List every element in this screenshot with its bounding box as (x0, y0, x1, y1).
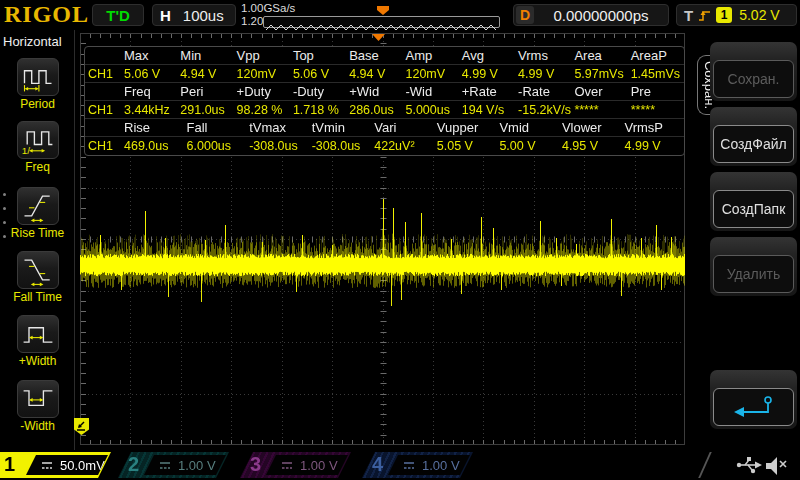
sidebar-title: Horizontal (3, 34, 62, 49)
channel4-box[interactable]: 4 1.00 V (362, 452, 476, 478)
meas-value: 291.0us (177, 101, 233, 118)
meas-header: Vpp (234, 47, 290, 64)
dc-coupling-icon (281, 461, 293, 470)
meas-header: Peri (177, 83, 233, 100)
save-menu-panel: Сохран. Сохран. СоздФайл СоздПапк Удалит… (685, 30, 800, 450)
plus-width-icon (17, 315, 59, 353)
meas-header: Top (290, 47, 346, 64)
scroll-dot (3, 207, 6, 210)
meas-header: -Duty (290, 83, 346, 100)
meas-value: 194 V/s (459, 101, 515, 118)
meas-header: Base (346, 47, 402, 64)
channel-number: 2 (128, 453, 139, 476)
sidebar-item-label: +Width (0, 354, 75, 368)
meas-header: VrmsP (622, 119, 685, 136)
channel1-box[interactable]: 1 50.0mV (0, 452, 114, 478)
channel-label: CH1 (85, 101, 121, 118)
channel-number: 3 (250, 453, 261, 476)
meas-header: +Rate (459, 83, 515, 100)
meas-value: 469.0us (121, 137, 184, 155)
sidebar-item-rise-time[interactable]: Rise Time (0, 187, 75, 240)
delay-value: 0.00000000ps (534, 7, 668, 24)
meas-value: 286.0us (346, 101, 402, 118)
trigger-box[interactable]: T 1 5.02 V (676, 4, 797, 26)
sidebar-item-fall-time[interactable]: Fall Time (0, 251, 75, 304)
measure-sidebar: Horizontal Period 1/ (0, 30, 75, 450)
sidebar-item-label: Rise Time (0, 226, 75, 240)
fall-time-icon (17, 251, 59, 289)
sidebar-item-label: Period (0, 97, 75, 111)
meas-header: Over (571, 83, 627, 100)
menu-button-save[interactable]: Сохран. (710, 42, 797, 101)
meas-value: -308.0us (246, 137, 309, 155)
meas-header: +Duty (234, 83, 290, 100)
timebase-box[interactable]: H 100us (152, 4, 236, 26)
meas-value: 4.99 V (459, 65, 515, 82)
menu-button-delete[interactable]: Удалить (710, 237, 797, 296)
meas-value: 4.99 V (622, 137, 685, 155)
meas-header: Vupper (434, 119, 497, 136)
channel-number: 4 (372, 453, 383, 476)
rigol-logo: RIGOL (4, 1, 89, 28)
delay-box[interactable]: D 0.00000000ps (513, 4, 669, 26)
meas-value: ***** (628, 101, 684, 118)
horizontal-label: H (160, 7, 171, 24)
measurement-value-row: CH1 5.06 V 4.94 V 120mV 5.06 V 4.94 V 12… (85, 65, 684, 83)
offscreen-arrow-icon (74, 420, 89, 432)
meas-value: 98.28 % (234, 101, 290, 118)
measurement-table: Max Min Vpp Top Base Amp Avg Vrms Area A… (84, 46, 685, 156)
channel3-box[interactable]: 3 1.00 V (240, 452, 354, 478)
oscilloscope-screen: RIGOL T'D H 100us 1.00GSa/s 1.20M pts D … (0, 0, 800, 480)
measurement-value-row: CH1 3.44kHz 291.0us 98.28 % 1.718 % 286.… (85, 101, 684, 119)
meas-value: 1.45mVs (628, 65, 684, 82)
channel-scale: 50.0mV (60, 458, 105, 473)
meas-header: AreaP (628, 47, 684, 64)
sidebar-item-label: Freq (0, 160, 75, 174)
delay-label: D (516, 6, 534, 24)
scroll-dot (3, 235, 6, 238)
meas-header: -Rate (515, 83, 571, 100)
meas-header: Rise (121, 119, 184, 136)
meas-header: Vmid (496, 119, 559, 136)
meas-value: 422uV² (371, 137, 434, 155)
rise-time-icon (17, 187, 59, 225)
meas-header: Vari (371, 119, 434, 136)
sidebar-item-neg-width[interactable]: -Width (0, 380, 75, 433)
sidebar-item-pos-width[interactable]: +Width (0, 315, 75, 368)
meas-value: -308.0us (309, 137, 372, 155)
waveform-preview-strip (263, 16, 500, 28)
menu-button-new-folder[interactable]: СоздПапк (710, 172, 797, 231)
meas-value: 5.97mVs (571, 65, 627, 82)
meas-header: Freq (121, 83, 177, 100)
channel2-box[interactable]: 2 1.00 V (118, 452, 232, 478)
meas-value: 6.000us (184, 137, 247, 155)
trigger-level-value: 5.02 V (739, 7, 779, 23)
meas-value: 4.94 V (177, 65, 233, 82)
menu-button-new-file[interactable]: СоздФайл (710, 107, 797, 166)
preview-trigger-position-icon[interactable] (377, 6, 389, 15)
status-bar-top: RIGOL T'D H 100us 1.00GSa/s 1.20M pts D … (0, 0, 800, 30)
channel-number: 1 (4, 453, 15, 476)
trigger-status-text: T'D (106, 7, 130, 24)
meas-header: Max (121, 47, 177, 64)
sidebar-item-period[interactable]: Period (0, 58, 75, 111)
meas-value: 120mV (402, 65, 458, 82)
meas-header: Avg (459, 47, 515, 64)
meas-header: Vrms (515, 47, 571, 64)
meas-value: -15.2kV/s (515, 101, 571, 118)
period-icon (17, 58, 59, 96)
channel-status-bar: 1 50.0mV 2 1.00 V 3 (0, 450, 800, 480)
menu-button-back[interactable] (710, 370, 797, 429)
meas-header: Pre (628, 83, 684, 100)
sidebar-item-freq[interactable]: 1/ Freq (0, 121, 75, 174)
scroll-dot (3, 193, 6, 196)
return-arrow-icon (730, 394, 778, 420)
meas-value: 120mV (234, 65, 290, 82)
trigger-source-badge: 1 (716, 7, 732, 23)
sidebar-item-label: Fall Time (0, 290, 75, 304)
speaker-muted-icon (764, 455, 788, 477)
meas-header: Fall (184, 119, 247, 136)
timebase-value: 100us (183, 7, 224, 24)
measurement-header-row: Max Min Vpp Top Base Amp Avg Vrms Area A… (85, 47, 684, 65)
rising-edge-icon (698, 8, 711, 23)
